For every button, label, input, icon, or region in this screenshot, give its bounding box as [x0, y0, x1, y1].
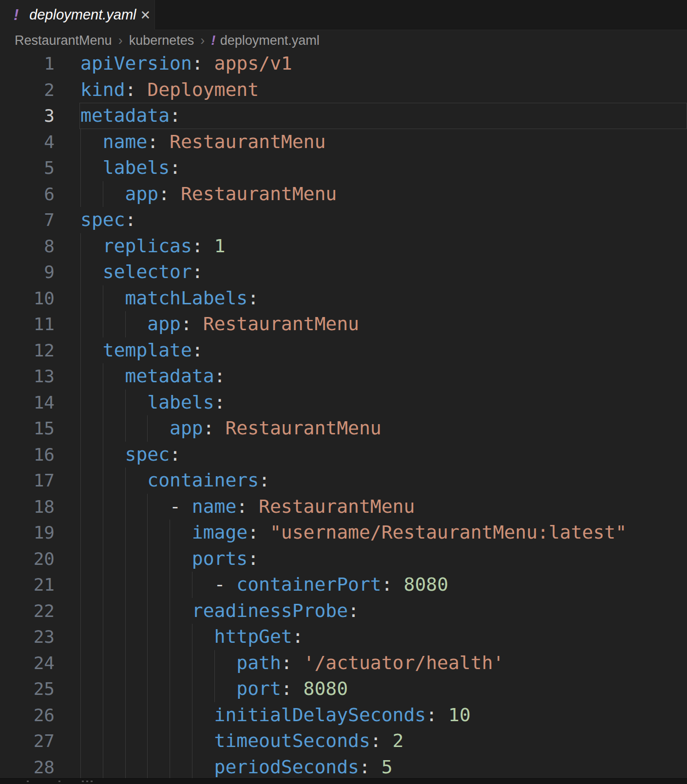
indent-guide	[80, 754, 81, 781]
code-line[interactable]: 19 image: "username/RestaurantMenu:lates…	[0, 520, 687, 546]
code-line[interactable]: 17 containers:	[0, 467, 687, 494]
code-line[interactable]: 28 periodSeconds: 5	[0, 754, 687, 781]
code-line-content: metadata:	[80, 363, 687, 390]
indent-guide	[125, 415, 126, 442]
indent-guide	[80, 572, 81, 598]
close-icon[interactable]: ✕	[140, 9, 151, 21]
code-line[interactable]: 16 spec:	[0, 442, 687, 468]
code-line[interactable]: 27 timeoutSeconds: 2	[0, 728, 687, 754]
token-str: RestaurantMenu	[170, 183, 337, 205]
token-ws	[80, 548, 192, 569]
line-number: 13	[0, 363, 55, 390]
token-ws	[80, 522, 192, 543]
code-line[interactable]: 4 name: RestaurantMenu	[0, 129, 687, 155]
breadcrumb-label: deployment.yaml	[220, 33, 320, 48]
code-line[interactable]: 15 app: RestaurantMenu	[0, 415, 687, 442]
yaml-file-icon: !	[14, 7, 19, 22]
indent-guide	[147, 702, 148, 728]
line-number: 21	[0, 572, 55, 598]
code-line[interactable]: 9 selector:	[0, 259, 687, 285]
token-punc: :	[125, 79, 136, 100]
code-line[interactable]: 23 httpGet:	[0, 624, 687, 650]
token-str: Deployment	[136, 79, 259, 100]
code-line-content: labels:	[80, 390, 687, 416]
indent-guide	[147, 650, 148, 676]
code-line-content: apiVersion: apps/v1	[80, 51, 687, 77]
code-line[interactable]: 5 labels:	[0, 155, 687, 181]
token-key: matchLabels	[125, 287, 248, 309]
line-number: 14	[0, 390, 55, 416]
code-line-content: - name: RestaurantMenu	[80, 494, 687, 520]
code-line[interactable]: 25 port: 8080	[0, 676, 687, 702]
token-ws	[80, 600, 192, 621]
indent-guide	[192, 702, 192, 728]
token-punc: :	[170, 105, 181, 126]
code-line[interactable]: 11 app: RestaurantMenu	[0, 311, 687, 337]
token-punc: :	[181, 313, 192, 335]
indent-guide	[103, 702, 103, 728]
code-line[interactable]: 20 ports:	[0, 546, 687, 572]
code-line[interactable]: 1apiVersion: apps/v1	[0, 51, 687, 77]
token-key: labels	[103, 157, 170, 178]
indent-guide	[103, 467, 103, 494]
token-key: labels	[147, 392, 214, 413]
line-number: 7	[0, 207, 55, 233]
code-editor[interactable]: 1apiVersion: apps/v12kind: Deployment3me…	[0, 51, 687, 780]
code-line[interactable]: 6 app: RestaurantMenu	[0, 181, 687, 207]
indent-guide	[80, 442, 81, 468]
indent-guide	[103, 728, 103, 754]
indent-guide	[103, 624, 103, 650]
code-line[interactable]: 18 - name: RestaurantMenu	[0, 494, 687, 520]
indent-guide	[125, 494, 126, 520]
code-line[interactable]: 2kind: Deployment	[0, 77, 687, 103]
code-line[interactable]: 22 readinessProbe:	[0, 598, 687, 624]
token-key: spec	[80, 209, 125, 230]
indent-guide	[80, 676, 81, 702]
token-key: readinessProbe	[192, 600, 348, 621]
token-ws	[80, 261, 103, 282]
indent-guide	[192, 728, 192, 754]
token-str: RestaurantMenu	[248, 496, 415, 517]
code-line[interactable]: 24 path: '/actuator/health'	[0, 650, 687, 676]
code-line[interactable]: 21 - containerPort: 8080	[0, 572, 687, 598]
breadcrumb-item-kubernetes[interactable]: kubernetes	[129, 33, 194, 48]
breadcrumb-item-deployment-yaml[interactable]: ! deployment.yaml	[211, 33, 320, 48]
indent-guide	[125, 728, 126, 754]
indent-guide	[125, 676, 126, 702]
code-line[interactable]: 10 matchLabels:	[0, 285, 687, 312]
code-line-content: path: '/actuator/health'	[80, 650, 687, 676]
code-line[interactable]: 13 metadata:	[0, 363, 687, 390]
code-line-content: replicas: 1	[80, 233, 687, 260]
code-line-content: - containerPort: 8080	[80, 572, 687, 598]
code-line-content: metadata:	[80, 103, 687, 129]
line-number: 28	[0, 754, 55, 781]
code-line[interactable]: 3metadata:	[0, 103, 687, 129]
indent-guide	[103, 390, 103, 416]
code-line-content: spec:	[80, 442, 687, 468]
code-line[interactable]: 12 template:	[0, 337, 687, 364]
breadcrumb-item-restaurantmenu[interactable]: RestaurantMenu	[15, 33, 112, 48]
code-line-content: app: RestaurantMenu	[80, 415, 687, 442]
line-number: 24	[0, 650, 55, 676]
indent-guide	[80, 598, 81, 624]
token-punc: :	[192, 53, 203, 74]
indent-guide	[147, 494, 148, 520]
line-number: 20	[0, 546, 55, 572]
tab-deployment-yaml[interactable]: ! deployment.yaml ✕	[0, 0, 155, 30]
token-str: RestaurantMenu	[214, 417, 382, 439]
code-line[interactable]: 8 replicas: 1	[0, 233, 687, 260]
indent-guide	[170, 546, 170, 572]
token-num: 1	[203, 235, 226, 257]
token-str: '/actuator/health'	[292, 652, 504, 673]
token-punc: :	[192, 339, 203, 361]
token-key: image	[192, 522, 248, 543]
token-ws	[80, 678, 236, 699]
indent-guide	[170, 728, 170, 754]
token-key: app	[170, 417, 203, 439]
token-num: 10	[437, 704, 471, 726]
code-line[interactable]: 14 labels:	[0, 390, 687, 416]
code-line[interactable]: 7spec:	[0, 207, 687, 233]
code-line-content: template:	[80, 337, 687, 364]
indent-guide	[80, 624, 81, 650]
code-line[interactable]: 26 initialDelaySeconds: 10	[0, 702, 687, 728]
